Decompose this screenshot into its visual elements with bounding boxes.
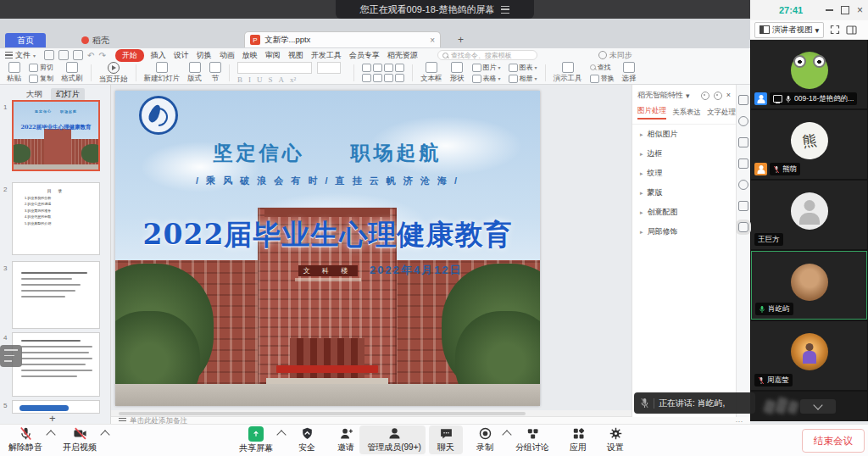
new-slide-button[interactable]: 新建幻灯片 [144,62,181,84]
numbered-list-icon[interactable] [373,74,382,82]
properties-icon[interactable] [738,95,748,105]
scrollbar-thumb[interactable] [119,412,526,415]
output-icon[interactable] [58,50,69,60]
watching-banner[interactable]: 您正在观看009-18-楚艳鸽的屏幕 [336,0,534,19]
close-icon[interactable]: × [857,5,863,15]
select-button[interactable]: 选择 [622,62,637,84]
wps-home-tab[interactable]: 首页 [5,33,46,47]
settings-icon[interactable] [701,92,709,100]
panel-item-mask[interactable]: ▸蒙版 [632,183,736,203]
menu-insert[interactable]: 插入 [151,50,166,61]
invite-button[interactable]: 邀请 [324,426,368,453]
present-tools-button[interactable]: 演示工具 [554,62,582,84]
wps-document-tab[interactable]: P 文新学...pptx × [244,31,441,47]
paste-button[interactable]: 粘贴 [7,62,21,84]
play-from-page-button[interactable]: 当页开始 [99,62,128,85]
side-by-side-icon[interactable] [846,25,857,35]
tab-relation-express[interactable]: 关系表达 [672,108,701,118]
cut-button[interactable]: 剪切 [29,63,53,72]
underline-button[interactable]: U [257,75,263,84]
menu-design[interactable]: 设计 [174,50,189,61]
line-spacing-icon[interactable] [395,64,404,72]
panel-item-border[interactable]: ▸边框 [632,144,736,164]
collapse-panel-button[interactable] [800,399,836,414]
panel-item-texture[interactable]: ▸纹理 [632,164,736,183]
save-icon[interactable] [44,50,54,60]
superscript-button[interactable]: x² [290,75,296,84]
panel-item-local-retouch[interactable]: ▸局部修饰 [632,222,736,242]
clipboard-icon[interactable] [738,158,748,169]
wps-docer-tab[interactable]: 稻壳 [81,33,109,47]
file-menu[interactable]: 文件 ▾ [5,50,36,61]
bullet-list-icon[interactable] [362,74,371,82]
participant-tile[interactable]: 周嘉莹 [751,321,867,390]
menu-animation[interactable]: 动画 [220,50,235,61]
chat-button[interactable]: 聊天 [424,426,468,453]
record-button[interactable]: 录制 [463,426,507,453]
panel-item-creative-pictures[interactable]: ▸创意配图 [632,203,736,222]
table-button[interactable]: 表格▾ [472,74,501,83]
assistant-icon[interactable] [738,222,748,232]
menu-review[interactable]: 审阅 [265,50,281,61]
menu-view[interactable]: 视图 [288,50,303,61]
fullscreen-icon[interactable] [830,25,840,35]
align-right-icon[interactable] [384,64,393,72]
start-video-button[interactable]: 开启视频 [58,426,102,453]
tab-outline[interactable]: 大纲 [26,89,42,100]
close-tab-icon[interactable]: × [430,36,435,45]
undo-icon[interactable]: ↶ [87,51,94,60]
replace-button[interactable]: 替换 [590,74,615,83]
align-left-icon[interactable] [362,64,371,72]
shapes-button[interactable]: 形状 [450,62,465,84]
panel-item-similar-pictures[interactable]: ▸相似图片 [632,125,736,144]
menu-devtools[interactable]: 开发工具 [311,50,342,61]
speaker-view-button[interactable]: 演讲者视图 ▾ [754,22,824,38]
bold-button[interactable]: B [237,75,242,84]
slide-thumbnail-2[interactable]: 目 录 1.就业形势的分析 2.就业心态的调适 3.就业简历的准备 4.就业信息… [12,182,100,255]
menu-docer-resources[interactable]: 稻壳资源 [387,50,418,61]
tab-slides[interactable]: 幻灯片 [51,88,86,101]
slide-thumbnail-1[interactable]: 坚定信心 职场起航 2022届毕业生心理健康教育 [12,100,100,171]
manage-members-button[interactable]: 管理成员(99+) [370,426,418,453]
strike-button[interactable]: S [269,75,273,84]
font-color-button[interactable]: A [279,75,285,84]
add-slide-button[interactable]: + [49,412,56,425]
tab-picture-processing[interactable]: 图片处理 [637,106,666,120]
security-button[interactable]: 安全 [285,426,329,453]
italic-button[interactable]: I [248,75,251,84]
settings-button[interactable]: 设置 [593,426,637,453]
design-icon[interactable] [738,137,748,147]
command-search-input[interactable]: 查找命令、搜索模板 [437,50,537,60]
print-icon[interactable] [73,50,83,60]
new-tab-button[interactable]: + [458,34,464,46]
sync-status[interactable]: 未同步 [598,50,632,61]
menu-slideshow[interactable]: 放映 [242,50,258,61]
help-icon[interactable] [738,180,748,190]
menu-start[interactable]: 开始 [115,49,144,62]
animation-icon[interactable] [738,116,748,126]
camera-icon[interactable] [738,201,748,211]
find-button[interactable]: 查找 [590,63,615,72]
slide-thumbnail-3[interactable] [12,261,100,329]
indent-icon[interactable] [384,74,393,82]
smartart-icon[interactable] [395,74,404,82]
section-button[interactable]: 节 [209,62,221,84]
copy-button[interactable]: 复制 [29,74,53,83]
breakout-button[interactable]: 分组讨论 [510,426,554,453]
participant-tile[interactable]: 熊 熊萌 [751,110,867,179]
menu-member[interactable]: 会员专享 [349,50,380,61]
end-meeting-button[interactable]: 结束会议 [802,429,865,453]
font-size-select[interactable] [317,62,341,74]
layout-button[interactable]: 版式 [187,62,202,84]
album-button[interactable]: 相册▾ [509,74,537,83]
format-painter-button[interactable]: 格式刷 [61,62,83,84]
slide-thumbnail-5[interactable] [12,400,100,414]
slide-thumbnail-4[interactable] [12,332,100,397]
tab-text-processing[interactable]: 文字处理 [707,108,736,118]
restore-icon[interactable] [841,6,849,14]
participant-tile[interactable]: 王巨方 [751,181,867,249]
align-center-icon[interactable] [373,64,382,72]
picture-button[interactable]: 图片▾ [472,63,501,72]
minimize-icon[interactable] [826,9,833,11]
share-screen-button[interactable]: 共享屏幕 [234,426,278,454]
